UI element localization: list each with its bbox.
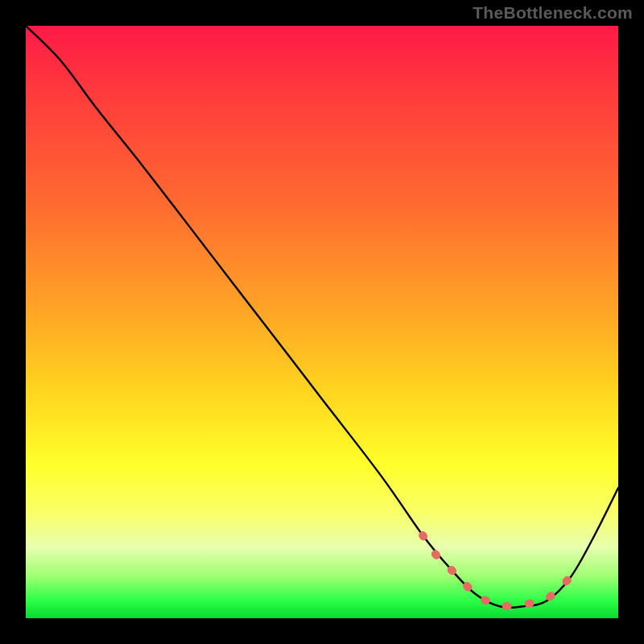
chart-svg [26,26,618,618]
watermark-text: TheBottleneck.com [473,3,633,23]
chart-valley-highlight [423,535,576,606]
chart-curve-line [26,26,618,608]
chart-plot-area [26,26,618,618]
